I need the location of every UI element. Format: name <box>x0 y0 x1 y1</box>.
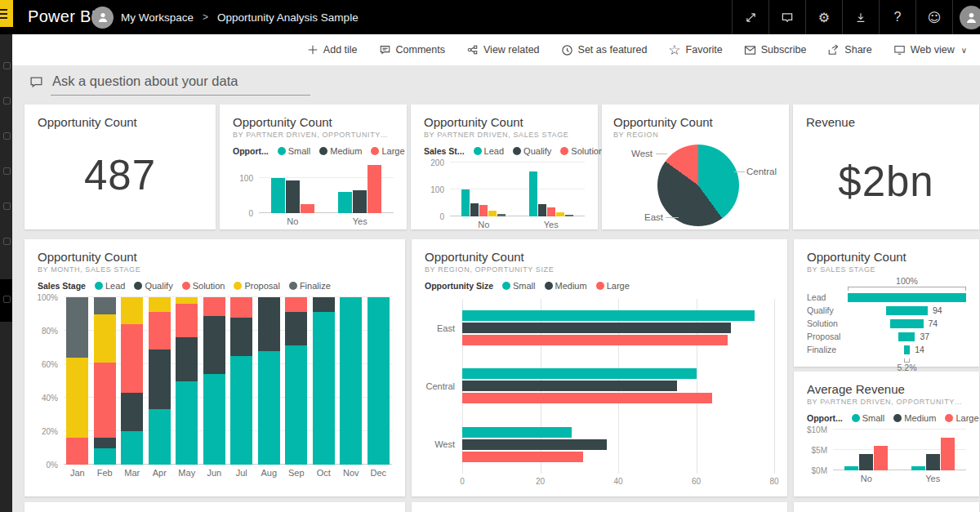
partial-tile[interactable] <box>412 502 787 512</box>
bar-large-west[interactable] <box>462 452 583 462</box>
segment-proposal-mar[interactable] <box>121 297 143 324</box>
funnel-bar-proposal[interactable] <box>898 332 915 341</box>
bar-small-west[interactable] <box>462 427 572 438</box>
sidebar-partial-icon[interactable] <box>3 62 11 69</box>
bar-small-no[interactable] <box>271 178 285 213</box>
segment-qualify-jun[interactable] <box>203 316 225 375</box>
stacked-bar-jan[interactable] <box>66 297 88 465</box>
bar-lead-yes[interactable] <box>529 171 537 216</box>
stacked-bar-feb[interactable] <box>94 297 116 465</box>
stacked-bar-may[interactable] <box>176 297 198 465</box>
segment-qualify-jul[interactable] <box>230 318 252 356</box>
bar-lead-no[interactable] <box>461 189 470 216</box>
set-as-featured-button[interactable]: Set as featured <box>561 44 648 56</box>
legend-item-solution[interactable]: Solution <box>182 281 225 291</box>
sidebar-partial-icon[interactable] <box>3 132 11 140</box>
stacked-bar-mar[interactable] <box>121 297 143 465</box>
segment-lead-nov[interactable] <box>340 297 362 465</box>
web-view-dropdown[interactable]: Web view ∨ <box>893 44 967 56</box>
sidebar-partial-icon[interactable] <box>3 296 11 303</box>
bar-small-yes[interactable] <box>338 192 352 214</box>
legend-item-medium[interactable]: Medium <box>893 413 936 423</box>
stacked-bar-dec[interactable] <box>368 297 390 465</box>
legend-item-small[interactable]: Small <box>278 146 311 156</box>
bar-solution-no[interactable] <box>479 205 488 216</box>
breadcrumb-page[interactable]: Opportunity Analysis Sample <box>217 11 359 24</box>
bar-large-central[interactable] <box>462 393 712 403</box>
bar-medium-yes[interactable] <box>926 454 940 470</box>
bar-medium-no[interactable] <box>286 180 300 213</box>
segment-solution-jun[interactable] <box>203 297 225 316</box>
partial-tile[interactable] <box>24 502 405 512</box>
bar-medium-central[interactable] <box>462 381 677 391</box>
segment-solution-may[interactable] <box>176 304 198 337</box>
segment-lead-mar[interactable] <box>121 431 143 465</box>
bar-proposal-yes[interactable] <box>556 212 564 216</box>
bar-large-east[interactable] <box>462 335 728 345</box>
tile-count-by-partner-sales-stage[interactable]: Opportunity Count BY PARTNER DRIVEN, SAL… <box>411 105 598 229</box>
legend-item-medium[interactable]: Medium <box>545 281 587 291</box>
legend-item-small[interactable]: Small <box>852 413 885 423</box>
qna-input[interactable]: Ask a question about your data <box>51 73 310 96</box>
funnel-bar-lead[interactable] <box>848 293 966 302</box>
view-related-button[interactable]: View related <box>466 44 540 56</box>
segment-proposal-may[interactable] <box>176 297 198 304</box>
segment-lead-may[interactable] <box>176 381 198 465</box>
left-nav-sliver[interactable] <box>0 34 12 512</box>
legend-item-qualify[interactable]: Qualify <box>513 146 551 156</box>
bar-large-yes[interactable] <box>941 438 955 470</box>
comments-button[interactable]: Comments <box>379 44 445 56</box>
subscribe-button[interactable]: Subscribe <box>744 44 807 56</box>
pie-chart-circle[interactable] <box>657 145 739 226</box>
legend-item-solution[interactable]: Solution <box>560 146 604 156</box>
segment-solution-sep[interactable] <box>285 297 307 312</box>
segment-lead-jun[interactable] <box>203 374 225 465</box>
segment-proposal-jan[interactable] <box>66 358 88 438</box>
bar-small-central[interactable] <box>462 368 697 379</box>
sidebar-partial-icon[interactable] <box>3 203 11 210</box>
segment-qualify-apr[interactable] <box>149 349 171 410</box>
qna-box[interactable]: Ask a question about your data <box>29 73 310 96</box>
help-icon[interactable]: ? <box>879 0 915 34</box>
segment-finalize-jan[interactable] <box>66 297 88 358</box>
legend-item-medium[interactable]: Medium <box>319 146 362 156</box>
add-tile-button[interactable]: Add tile <box>307 44 358 56</box>
segment-lead-dec[interactable] <box>368 297 390 465</box>
powerbi-logo[interactable]: Power BI <box>28 7 96 26</box>
bar-small-no[interactable] <box>844 466 858 470</box>
feedback-icon[interactable]: ☺ <box>915 0 952 34</box>
bar-large-no[interactable] <box>301 204 314 213</box>
bar-medium-no[interactable] <box>859 454 873 470</box>
legend-item-large[interactable]: Large <box>945 413 978 423</box>
segment-lead-apr[interactable] <box>149 409 171 465</box>
tile-count-by-region-pie[interactable]: Opportunity Count BY REGION CentralEastW… <box>602 105 789 229</box>
tile-average-revenue[interactable]: Average Revenue BY PARTNER DRIVEN, OPPOR… <box>794 372 979 496</box>
segment-solution-mar[interactable] <box>121 324 143 393</box>
favorite-button[interactable]: ☆ Favorite <box>668 43 722 57</box>
tile-opportunity-count-kpi[interactable]: Opportunity Count 487 <box>24 105 216 229</box>
segment-solution-jul[interactable] <box>230 297 252 318</box>
segment-solution-feb[interactable] <box>94 363 116 438</box>
stacked-bar-sep[interactable] <box>285 297 307 465</box>
segment-lead-jul[interactable] <box>230 356 252 465</box>
legend-item-qualify[interactable]: Qualify <box>134 281 172 291</box>
tile-revenue-kpi[interactable]: Revenue $2bn <box>793 105 979 229</box>
stacked-bar-jul[interactable] <box>230 297 252 465</box>
bar-solution-yes[interactable] <box>547 207 555 216</box>
segment-qualify-aug[interactable] <box>258 297 280 351</box>
fullscreen-icon[interactable] <box>732 0 768 34</box>
sidebar-active-item[interactable] <box>0 279 12 322</box>
share-button[interactable]: Share <box>827 44 871 56</box>
segment-qualify-oct[interactable] <box>313 297 335 312</box>
tile-count-by-region-opportunity-size[interactable]: Opportunity Count BY REGION, OPPORTUNITY… <box>412 239 787 496</box>
settings-icon[interactable]: ⚙ <box>805 0 842 34</box>
bar-medium-west[interactable] <box>462 439 607 450</box>
tile-count-by-sales-stage-funnel[interactable]: Opportunity Count BY SALES STAGE LeadQua… <box>794 239 979 367</box>
breadcrumb-workspace[interactable]: My Workspace <box>121 11 194 24</box>
bar-medium-yes[interactable] <box>353 190 367 213</box>
segment-lead-sep[interactable] <box>285 345 307 465</box>
notifications-icon[interactable] <box>768 0 805 34</box>
sidebar-partial-icon[interactable] <box>3 238 11 245</box>
segment-lead-aug[interactable] <box>258 351 280 465</box>
segment-lead-feb[interactable] <box>94 448 116 465</box>
